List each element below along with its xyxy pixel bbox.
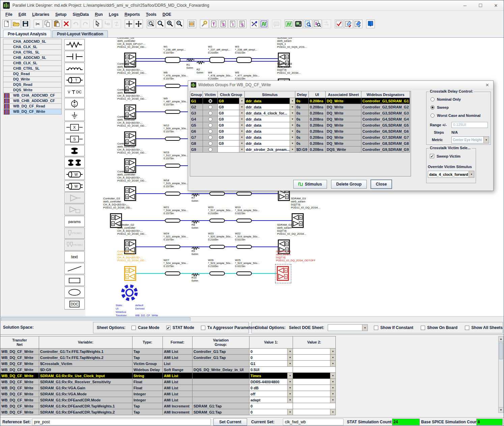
tab-post-layout-verification[interactable]: Post-Layout Verification: [52, 30, 108, 37]
radio-icon[interactable]: [431, 105, 435, 109]
chevron-down-icon[interactable]: ▼: [287, 355, 293, 360]
value1-cell[interactable]: Times▼: [249, 373, 293, 379]
help-book-icon[interactable]: [366, 20, 375, 28]
chevron-down-icon[interactable]: ▼: [330, 355, 335, 360]
tline-segment[interactable]: [165, 84, 180, 88]
palette-inductor-icon[interactable]: [64, 63, 85, 74]
sidebar-item-dq_write[interactable]: DQ_Write: [3, 76, 62, 82]
widebus-group-row[interactable]: G1G9▼ddr_data▼0s0.208nsDQ_WriteControlle…: [190, 98, 411, 104]
clock-group-select[interactable]: ▼: [218, 146, 245, 153]
tline-segment[interactable]: [165, 110, 180, 114]
checkbox-tx-aggressor-parameters[interactable]: Tx Aggressor Parameters: [201, 325, 257, 330]
column-header[interactable]: Clock Group: [218, 91, 245, 98]
palette-via-icon[interactable]: [64, 145, 85, 156]
widebus-group-row[interactable]: G3G9▼ddr_data_4_clock_for...▼0s0.208nsDQ…: [190, 110, 411, 116]
view-sparam-icon[interactable]: S: [313, 20, 322, 28]
copy-icon[interactable]: [43, 20, 52, 28]
view-doc-icon[interactable]: [303, 20, 312, 28]
widebus-group-row[interactable]: G2G9▼ddr_data▼0s0.208nsDQ_WriteControlle…: [190, 104, 411, 110]
param-row[interactable]: WB_DQ_CF_WriteSDRAM_G1:Rx:DFEandCDR.Mode…: [0, 397, 336, 403]
menu-simdata[interactable]: SimData: [69, 11, 92, 18]
crosstalk-delay-option[interactable]: Nominal Only: [431, 97, 461, 101]
palette-text-icon[interactable]: text: [64, 251, 85, 262]
chevron-down-icon[interactable]: ▼: [290, 146, 295, 152]
palette-rect-icon[interactable]: [64, 275, 85, 286]
value2-cell[interactable]: ▼: [293, 373, 336, 379]
palette-ground-icon[interactable]: [64, 110, 85, 121]
palette-wline2-icon[interactable]: W: [64, 181, 85, 192]
column-header[interactable]: Stimulus: [245, 91, 295, 98]
column-header[interactable]: Victim: [203, 91, 218, 98]
net-wire[interactable]: [136, 247, 278, 247]
victim-radio[interactable]: [208, 117, 212, 121]
param-row[interactable]: WB_DQ_CF_WriteController_G1:Tx:FFE.TapWe…: [0, 349, 336, 355]
override-victim-select[interactable]: data_4_clock_forward ▼: [428, 171, 474, 178]
chevron-down-icon[interactable]: ▼: [330, 391, 335, 397]
net-wire[interactable]: [136, 58, 278, 59]
dialog-close-button[interactable]: Close: [371, 180, 392, 189]
clock-group-select[interactable]: G9▼: [218, 134, 245, 140]
column-header[interactable]: Associated Sheet: [326, 91, 361, 98]
zoom-icon[interactable]: [156, 20, 165, 28]
param-row[interactable]: WB_DQ_CF_WriteSDRAM_G1:Rx:Rx_Use_Clock_I…: [0, 373, 336, 379]
menu-tools[interactable]: Tools: [143, 11, 159, 18]
zoom-out-icon[interactable]: [175, 20, 184, 28]
chevron-down-icon[interactable]: ▼: [290, 116, 295, 122]
palette-resistor-icon[interactable]: [64, 39, 85, 50]
victim-radio[interactable]: [208, 105, 212, 109]
param-column-header[interactable]: Value 2:: [293, 336, 336, 349]
report-spice-icon[interactable]: S: [219, 20, 228, 28]
sidebar-item-cha_ctrl_5l[interactable]: CHA_CTRL_5L: [3, 50, 62, 55]
value2-cell[interactable]: ▼: [293, 385, 336, 391]
cut-icon[interactable]: ✂: [34, 20, 42, 28]
wrench-icon[interactable]: [200, 20, 209, 28]
widebus-group-row[interactable]: G7G9▼ddr_data▼0s0.208nsDQ_WriteControlle…: [190, 134, 411, 140]
zoom-in-icon[interactable]: [166, 20, 174, 28]
tline-segment[interactable]: [236, 245, 252, 249]
widebus-group-row[interactable]: G6G9▼ddr_data▼0s0.208nsDQ_WriteControlle…: [190, 128, 411, 134]
clock-group-select[interactable]: G9▼: [218, 122, 245, 128]
chevron-down-icon[interactable]: ▼: [239, 116, 244, 122]
checkbox-show-if-constant[interactable]: Show If Constant: [374, 325, 413, 330]
set-current-button[interactable]: Set Current: [213, 418, 247, 426]
sidebar-item-dqs_write[interactable]: DQS_Write: [3, 87, 62, 93]
palette-capacitor-icon[interactable]: [64, 51, 85, 62]
chevron-down-icon[interactable]: ▼: [330, 373, 335, 379]
checkbox-icon[interactable]: [421, 326, 425, 330]
chevron-down-icon[interactable]: ▼: [287, 397, 293, 403]
stimulus-select[interactable]: ddr_data▼: [245, 140, 295, 146]
value2-cell[interactable]: ▼: [293, 349, 336, 355]
chevron-down-icon[interactable]: ▼: [330, 397, 335, 403]
value2-cell[interactable]: [293, 403, 336, 409]
value2-cell[interactable]: ▼: [293, 409, 336, 415]
value1-cell[interactable]: 0: [249, 403, 293, 409]
current-set-field[interactable]: clk_fwd_wb: [283, 419, 344, 425]
sidebar-item-wb_dq_cf_write[interactable]: WB_DQ_CF_Write: [3, 109, 62, 114]
palette-ellipse-icon[interactable]: [64, 287, 85, 298]
victim-radio[interactable]: [208, 129, 212, 133]
delete-icon[interactable]: [62, 20, 71, 28]
widebus-group-row[interactable]: G5G9▼ddr_data▼0s0.208nsDQ_WriteControlle…: [190, 122, 411, 128]
metric-select[interactable]: Center Eye Height ▼: [451, 136, 489, 143]
chevron-down-icon[interactable]: ▼: [290, 104, 295, 110]
sweep-victim-row[interactable]: ✔ Sweep Victim: [430, 154, 461, 158]
victim-radio[interactable]: [208, 123, 212, 127]
chevron-down-icon[interactable]: ▼: [330, 349, 335, 354]
range-input[interactable]: 0.125UI: [451, 122, 488, 128]
chevron-down-icon[interactable]: ▼: [239, 146, 244, 152]
checkbox-show-all-sheets[interactable]: Show All Sheets: [465, 325, 503, 330]
chevron-down-icon[interactable]: ▼: [287, 385, 293, 391]
net-probe-icon[interactable]: [250, 20, 259, 28]
chevron-down-icon[interactable]: ▼: [362, 325, 367, 331]
column-header[interactable]: Delay: [295, 91, 309, 98]
sidebar-item-dq_read[interactable]: DQ_Read: [3, 71, 62, 77]
victim-radio[interactable]: [208, 135, 212, 139]
tline-segment[interactable]: [209, 245, 225, 249]
edit-validate-icon[interactable]: [344, 20, 353, 28]
checkbox-show-on-board[interactable]: Show On Board: [421, 325, 457, 330]
palette-vsource-icon[interactable]: [64, 98, 85, 109]
new-file-icon[interactable]: [2, 20, 11, 28]
value1-cell[interactable]: off▼: [249, 391, 293, 397]
horizontal-scrollbar[interactable]: [0, 316, 504, 321]
value2-cell[interactable]: ▼: [293, 379, 336, 385]
